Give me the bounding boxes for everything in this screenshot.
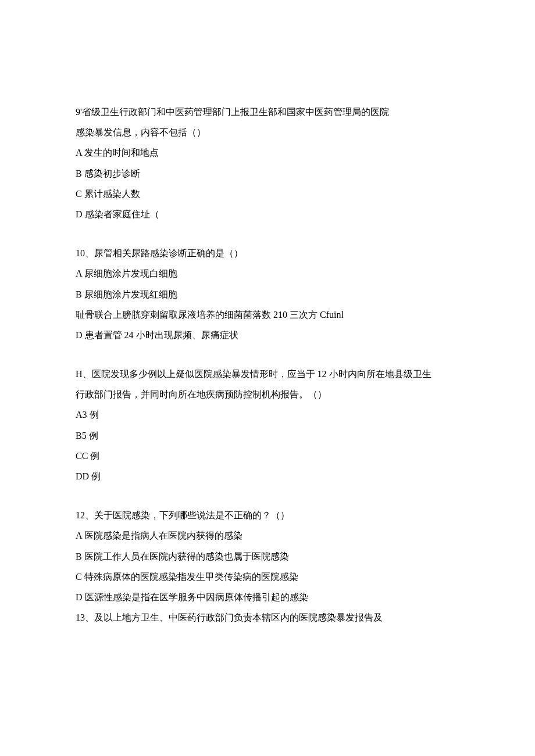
question-option: D 感染者家庭住址（: [76, 204, 459, 224]
question-option: DD 例: [76, 466, 459, 486]
question-option: A 医院感染是指病人在医院内获得的感染: [76, 525, 459, 546]
question-option: A3 例: [76, 404, 459, 425]
question-9: 9'省级卫生行政部门和中医药管理部门上报卫生部和国家中医药管理局的医院 感染暴发…: [76, 102, 459, 224]
question-stem-line: 12、关于医院感染，下列哪些说法是不正确的？（）: [76, 505, 459, 525]
question-10: 10、尿管相关尿路感染诊断正确的是（） A 尿细胞涂片发现白细胞 B 尿细胞涂片…: [76, 243, 459, 345]
question-option: D 医源性感染是指在医学服务中因病原体传播引起的感染: [76, 587, 459, 607]
question-option: B5 例: [76, 425, 459, 446]
question-option: A 尿细胞涂片发现白细胞: [76, 263, 459, 284]
question-stem-line: H、医院发现多少例以上疑似医院感染暴发情形时，应当于 12 小时内向所在地县级卫…: [76, 364, 459, 384]
question-stem-line: 13、及以上地方卫生、中医药行政部门负责本辖区内的医院感染暴发报告及: [76, 607, 459, 628]
question-h: H、医院发现多少例以上疑似医院感染暴发情形时，应当于 12 小时内向所在地县级卫…: [76, 364, 459, 486]
question-option: A 发生的时间和地点: [76, 142, 459, 163]
question-stem-line: 9'省级卫生行政部门和中医药管理部门上报卫生部和国家中医药管理局的医院: [76, 102, 459, 122]
question-option: C 特殊病原体的医院感染指发生甲类传染病的医院感染: [76, 567, 459, 587]
question-stem-line: 10、尿管相关尿路感染诊断正确的是（）: [76, 243, 459, 263]
question-12: 12、关于医院感染，下列哪些说法是不正确的？（） A 医院感染是指病人在医院内获…: [76, 505, 459, 628]
document-content: 9'省级卫生行政部门和中医药管理部门上报卫生部和国家中医药管理局的医院 感染暴发…: [76, 102, 459, 628]
question-option: B 尿细胞涂片发现红细胞: [76, 284, 459, 304]
question-stem-line: 行政部门报告，并同时向所在地疾病预防控制机构报告。（）: [76, 384, 459, 404]
question-option: B 感染初步诊断: [76, 163, 459, 184]
question-option: D 患者置管 24 小时出现尿频、尿痛症状: [76, 325, 459, 345]
question-option: CC 例: [76, 446, 459, 466]
question-stem-line: 感染暴发信息，内容不包括（）: [76, 122, 459, 142]
question-option: B 医院工作人员在医院内获得的感染也属于医院感染: [76, 546, 459, 567]
question-option: C 累计感染人数: [76, 184, 459, 204]
question-option: 耻骨联合上膀胱穿刺留取尿液培养的细菌菌落数 210 三次方 Cfuinl: [76, 304, 459, 325]
